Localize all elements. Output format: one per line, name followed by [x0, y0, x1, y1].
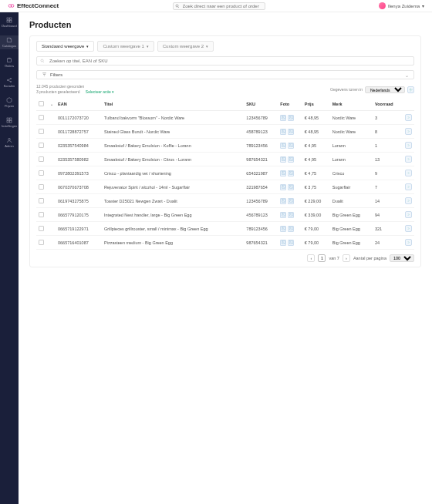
table-row: 0011172073720Tulband bakvorm "Blossom" -… — [36, 111, 414, 125]
language-select[interactable]: Nederlands — [365, 86, 405, 93]
row-checkbox[interactable] — [39, 212, 44, 217]
column-header[interactable]: Merk — [330, 98, 373, 111]
svg-point-30 — [290, 130, 291, 131]
cell-foto — [280, 240, 299, 246]
tab-view[interactable]: Custom weergave 2▾ — [157, 41, 214, 52]
svg-point-17 — [41, 59, 43, 62]
image-icon[interactable] — [280, 198, 286, 204]
pager-total: van 7 — [329, 256, 339, 260]
image-icon[interactable] — [280, 156, 286, 163]
column-header — [403, 98, 414, 111]
image-icon[interactable] — [280, 212, 286, 218]
product-search-input[interactable] — [36, 56, 414, 66]
svg-rect-5 — [10, 18, 12, 19]
column-header[interactable]: SKU — [244, 98, 278, 111]
pager-prev[interactable]: ‹ — [307, 254, 315, 262]
cell-voorraad: 7 — [373, 180, 403, 194]
row-checkbox[interactable] — [39, 156, 44, 162]
row-action-button[interactable] — [405, 239, 412, 246]
cell-titel[interactable]: Integrated Nest handler, large - Big Gre… — [102, 208, 244, 222]
row-checkbox[interactable] — [39, 143, 44, 148]
cell-ean: 0619743275875 — [56, 194, 102, 208]
cell-ean: 0011172073720 — [56, 111, 102, 125]
user-name: Ilenya Zuidema — [388, 4, 420, 8]
cell-titel[interactable]: Pizzasteen medium - Big Green Egg — [102, 236, 244, 250]
row-checkbox[interactable] — [39, 115, 44, 120]
image-icon[interactable] — [280, 129, 286, 135]
column-header[interactable]: EAN — [56, 98, 102, 111]
cell-merk: Nordic Ware — [330, 125, 373, 139]
cell-sku: 987654321 — [244, 153, 278, 166]
cell-titel[interactable]: Smaakstof / Bakery Emulsion - Koffie - L… — [102, 139, 244, 153]
image-icon[interactable] — [288, 198, 294, 204]
row-action-button[interactable] — [405, 142, 412, 149]
row-action-button[interactable] — [405, 156, 412, 163]
sidebar-item-label: Admin — [5, 144, 13, 148]
row-checkbox[interactable] — [39, 226, 44, 231]
cell-titel[interactable]: Grillpieces grillrooster, small / minima… — [102, 222, 244, 236]
tab-view[interactable]: Custom weergave 1▾ — [97, 41, 154, 52]
global-search-input[interactable] — [173, 2, 265, 10]
row-checkbox[interactable] — [39, 129, 44, 134]
image-icon[interactable] — [288, 156, 294, 163]
tab-view[interactable]: Standaard weergave▾ — [36, 41, 94, 52]
image-icon[interactable] — [280, 143, 286, 149]
row-checkbox[interactable] — [39, 198, 44, 203]
image-icon[interactable] — [288, 115, 294, 121]
checkbox-all[interactable] — [39, 101, 44, 106]
app-logo[interactable]: EffectConnect — [8, 2, 59, 9]
image-icon[interactable] — [280, 115, 286, 121]
sidebar-item-prijzen[interactable]: Prijzen — [0, 96, 19, 109]
image-icon[interactable] — [288, 129, 294, 135]
image-icon[interactable] — [280, 184, 286, 190]
image-icon[interactable] — [288, 212, 294, 218]
cell-titel[interactable]: Crisco - plantaardig vet / shortening — [102, 166, 244, 180]
row-action-button[interactable] — [405, 197, 412, 204]
row-checkbox[interactable] — [39, 240, 44, 245]
image-icon[interactable] — [288, 184, 294, 190]
row-action-button[interactable] — [405, 114, 412, 121]
sidebar-item-admin[interactable]: Admin — [0, 136, 19, 150]
sidebar-item-orders[interactable]: Orders — [0, 55, 19, 69]
column-header[interactable]: Prijs — [302, 98, 330, 111]
per-page-select[interactable]: 100 — [390, 254, 414, 262]
sidebar-item-kanalen[interactable]: Kanalen — [0, 76, 19, 89]
user-menu[interactable]: Ilenya Zuidema ▾ — [379, 2, 424, 9]
cell-titel[interactable]: Tulband bakvorm "Blossom" - Nordic Ware — [102, 111, 244, 125]
image-icon[interactable] — [288, 226, 294, 232]
pager-page[interactable]: 1 — [318, 254, 326, 262]
column-header[interactable]: Foto — [278, 98, 302, 111]
cell-sku: 456789123 — [244, 208, 278, 222]
image-icon[interactable] — [288, 143, 294, 149]
cell-titel[interactable]: Stained Glass Bundt - Nordic Ware — [102, 125, 244, 139]
image-icon[interactable] — [280, 170, 286, 176]
image-icon[interactable] — [280, 226, 286, 232]
row-action-button[interactable] — [405, 211, 412, 218]
image-icon[interactable] — [288, 240, 294, 246]
column-header[interactable]: Voorraad — [373, 98, 403, 111]
image-icon[interactable] — [280, 240, 286, 246]
settings-button[interactable] — [407, 86, 414, 93]
row-action-button[interactable] — [405, 183, 412, 190]
svg-point-60 — [282, 241, 283, 242]
filters-toggle[interactable]: Filters ⌄ — [36, 70, 414, 79]
row-checkbox[interactable] — [39, 170, 44, 176]
cell-titel[interactable]: Toaster D25021 Newgen Zwart - Dualit — [102, 194, 244, 208]
sidebar-item-dashboard[interactable]: Dashboard — [0, 15, 19, 29]
pager-next[interactable]: › — [343, 254, 350, 262]
svg-point-11 — [10, 81, 11, 82]
select-action-link[interactable]: Selecteer actie ▾ — [86, 89, 114, 94]
image-icon[interactable] — [288, 170, 294, 176]
chevron-down-icon[interactable]: ⌄ — [50, 102, 53, 106]
column-header[interactable]: Titel — [102, 98, 244, 111]
row-action-button[interactable] — [405, 225, 412, 232]
row-checkbox[interactable] — [39, 184, 44, 190]
cell-ean: 0011728872757 — [56, 125, 102, 139]
row-action-button[interactable] — [405, 128, 412, 135]
sidebar-item-instellingen[interactable]: Instellingen — [0, 116, 19, 129]
sidebar-item-catalogus[interactable]: Catalogus — [0, 35, 19, 49]
cell-titel[interactable]: Smaakstof / Bakery Emulsion - Citrus - L… — [102, 153, 244, 166]
cell-titel[interactable]: Rejuvenator Spirit / alcohol - 14ml - Su… — [102, 180, 244, 194]
svg-point-10 — [10, 78, 11, 79]
row-action-button[interactable] — [405, 170, 412, 176]
